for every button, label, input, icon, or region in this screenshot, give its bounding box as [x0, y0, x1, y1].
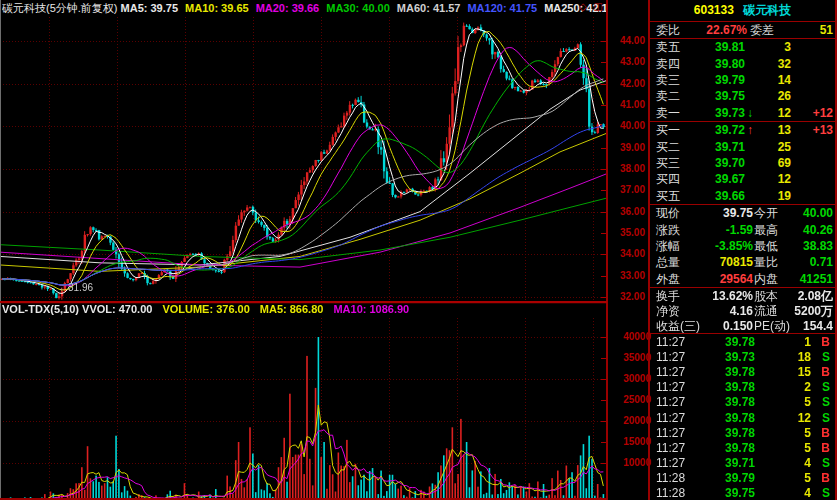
- ask-price: 39.75: [715, 89, 745, 103]
- stat-value-2: 41251: [800, 272, 833, 286]
- split-window-icon[interactable]: ◫: [594, 1, 605, 12]
- tick-row-11[interactable]: 11:2839.754S: [650, 486, 835, 500]
- stat-value-1: -3.85%: [715, 239, 753, 253]
- tick-side: B: [821, 365, 830, 379]
- bid-row-1[interactable]: 买一39.72↑13+13: [650, 122, 835, 138]
- bid-volume: 13: [778, 123, 791, 137]
- vol-legend-0: VOL-TDX(5,10) VVOL: 470.00: [2, 303, 152, 315]
- weicha-value: 51: [820, 22, 833, 38]
- ask-row-4[interactable]: 卖二39.7526: [650, 88, 835, 104]
- ma-legend: MA5: 39.75MA10: 39.65MA20: 39.66MA30: 40…: [121, 2, 606, 14]
- bid-price: 39.67: [715, 172, 745, 186]
- tick-time: 11:28: [656, 471, 685, 485]
- symbol-period-title: 碳元科技(5分钟.前复权): [2, 2, 118, 14]
- stat-row-4: 总量70815量比0.71: [650, 254, 835, 270]
- tick-volume: 18: [798, 350, 811, 364]
- candlestick-volume-chart[interactable]: [0, 17, 608, 500]
- tick-side: B: [821, 471, 830, 485]
- stat-label-2: 内盘: [754, 270, 778, 287]
- info-label-2: PE(动): [754, 317, 790, 334]
- bid-book: 买一39.72↑13+13买二39.7125买三39.7069买四39.6712…: [650, 122, 835, 205]
- stat-value-2: 40.26: [803, 223, 833, 237]
- stat-row-1: 现价39.75今开40.00: [650, 205, 835, 221]
- ask-label: 卖二: [656, 88, 680, 105]
- tick-price: 39.78: [725, 335, 755, 349]
- bid-row-5[interactable]: 买五39.6619: [650, 188, 835, 204]
- bid-volume: 69: [778, 156, 791, 170]
- volume-axis-label: 10000: [608, 457, 651, 468]
- stat-value-2: 40.00: [803, 206, 833, 220]
- info-value-1: 4.16: [730, 304, 753, 318]
- tick-side: S: [822, 395, 830, 409]
- tick-row-2[interactable]: 11:2739.7318S: [650, 349, 835, 364]
- tick-side: S: [822, 456, 830, 470]
- tick-row-5[interactable]: 11:2739.785S: [650, 395, 835, 410]
- tick-row-3[interactable]: 11:2739.7815B: [650, 364, 835, 379]
- tick-side: S: [822, 350, 830, 364]
- tick-row-1[interactable]: 11:2739.781B: [650, 334, 835, 349]
- ask-arrow-icon: ↓: [747, 106, 759, 120]
- tick-row-6[interactable]: 11:2739.7812S: [650, 410, 835, 425]
- tick-time: 11:28: [656, 486, 685, 500]
- tick-time: 11:27: [656, 380, 685, 394]
- stat-label-1: 外盘: [656, 270, 680, 287]
- header-icons: ◇ ◫: [579, 1, 605, 12]
- ask-volume: 32: [778, 57, 791, 71]
- ask-row-5[interactable]: 卖一39.73↓12+12: [650, 105, 835, 121]
- fundamentals-block: 换手13.62%股本2.08亿净资4.16流通5200万收益(三)0.150PE…: [650, 288, 835, 334]
- bid-label: 买四: [656, 171, 680, 188]
- stat-value-2: 0.71: [810, 255, 833, 269]
- bid-label: 买三: [656, 155, 680, 172]
- ask-row-2[interactable]: 卖四39.8032: [650, 55, 835, 71]
- bid-arrow-icon: ↑: [747, 123, 759, 137]
- tick-row-9[interactable]: 11:2739.714S: [650, 456, 835, 471]
- volume-axis: 40000350003000025000200001500010000: [608, 0, 651, 500]
- diamond-icon[interactable]: ◇: [579, 1, 589, 12]
- tick-row-8[interactable]: 11:2739.785B: [650, 440, 835, 455]
- stock-title[interactable]: 603133 碳元科技: [650, 0, 835, 22]
- ask-volume: 26: [778, 89, 791, 103]
- ask-row-3[interactable]: 卖三39.7914: [650, 72, 835, 88]
- volume-axis-label: 40000: [608, 331, 651, 342]
- bid-volume: 19: [778, 189, 791, 203]
- tick-volume: 2: [804, 380, 811, 394]
- bid-row-4[interactable]: 买四39.6712: [650, 171, 835, 187]
- ask-label: 卖三: [656, 72, 680, 89]
- ma-legend-4: MA60: 41.57: [397, 2, 461, 14]
- tick-price: 39.78: [725, 365, 755, 379]
- bid-volume: 25: [778, 140, 791, 154]
- bid-label: 买一: [656, 122, 680, 139]
- tick-price: 39.78: [725, 395, 755, 409]
- tick-time: 11:27: [656, 335, 685, 349]
- stat-value-1: 39.75: [723, 206, 753, 220]
- ask-label: 卖五: [656, 39, 680, 56]
- tick-row-10[interactable]: 11:2839.795B: [650, 471, 835, 486]
- tick-list: 11:2739.781B11:2739.7318S11:2739.7815B11…: [650, 334, 835, 500]
- stat-value-1: -1.59: [726, 223, 753, 237]
- tick-volume: 4: [804, 486, 811, 500]
- tick-time: 11:27: [656, 426, 685, 440]
- ask-row-1[interactable]: 卖五39.813: [650, 39, 835, 55]
- bid-row-2[interactable]: 买二39.7125: [650, 138, 835, 154]
- bid-row-3[interactable]: 买三39.7069: [650, 155, 835, 171]
- tick-side: S: [822, 486, 830, 500]
- tdx-trading-terminal: { "header": { "title": "碳元科技(5分钟.前复权)", …: [0, 0, 837, 500]
- tick-row-4[interactable]: 11:2739.782S: [650, 380, 835, 395]
- volume-axis-label: 35000: [608, 352, 651, 363]
- tick-volume: 5: [804, 471, 811, 485]
- stat-row-3: 涨幅-3.85%最低38.83: [650, 238, 835, 254]
- vol-legend-2: MA5: 866.80: [260, 303, 324, 315]
- tick-time: 11:27: [656, 456, 685, 470]
- tick-row-7[interactable]: 11:2739.785B: [650, 425, 835, 440]
- stat-label-2: 量比: [754, 254, 778, 271]
- stat-label-2: 最高: [754, 221, 778, 238]
- ask-volume: 14: [778, 73, 791, 87]
- chart-right-border: [606, 0, 608, 500]
- tick-time: 11:27: [656, 411, 685, 425]
- bid-price: 39.72: [715, 123, 745, 137]
- tick-volume: 5: [804, 441, 811, 455]
- stat-value-2: 38.83: [803, 239, 833, 253]
- pane-separator: [0, 301, 607, 303]
- tick-time: 11:27: [656, 395, 685, 409]
- weibi-value: 22.67%: [706, 22, 747, 38]
